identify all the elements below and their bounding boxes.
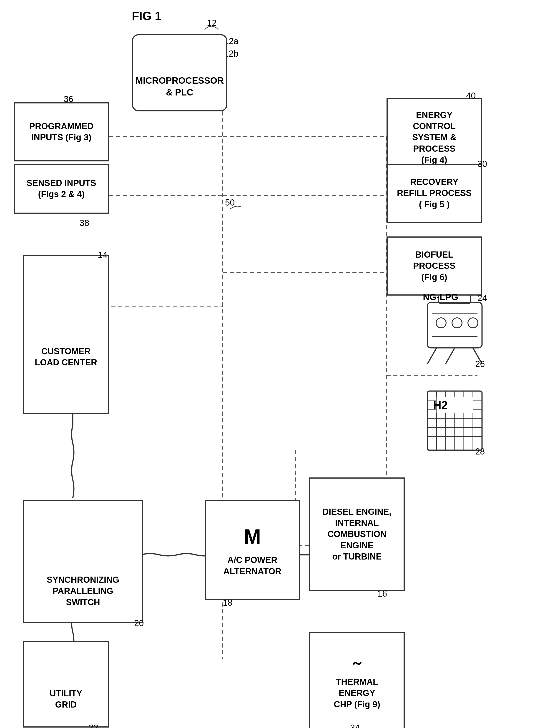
svg-point-32 (452, 318, 462, 328)
svg-rect-26 (427, 302, 482, 348)
alternator-box: M A/C POWER ALTERNATOR (205, 500, 300, 600)
ref-34: 34 (350, 723, 360, 728)
ref-16: 16 (377, 589, 387, 599)
ref-22: 22 (89, 723, 98, 728)
sensed-inputs-label: SENSED INPUTS (Figs 2 & 4) (27, 178, 96, 200)
ref-38: 38 (80, 218, 89, 228)
ref-40: 40 (466, 91, 476, 101)
svg-point-33 (468, 318, 478, 328)
sync-switch-label: SYNCHRONIZING PARALLELING SWITCH (47, 574, 119, 608)
ref-50: 50 (225, 198, 235, 208)
diesel-engine-box: DIESEL ENGINE, INTERNAL COMBUSTION ENGIN… (309, 477, 405, 591)
ng-lpg-label: NG-LPG (423, 291, 458, 303)
microprocessor-label: MICROPROCESSOR & PLC (136, 75, 224, 98)
ref-30: 30 (477, 159, 487, 169)
recovery-refill-box: RECOVERY REFILL PROCESS ( Fig 5 ) (387, 164, 482, 223)
ref-28: 28 (475, 447, 485, 457)
thermal-sine-symbol: ～ (350, 654, 364, 672)
thermal-energy-box: ～ THERMAL ENERGY CHP (Fig 9) (309, 632, 405, 728)
ref-12: 12 (207, 18, 216, 28)
customer-load-label: CUSTOMER LOAD CENTER (35, 346, 97, 368)
biofuel-box: BIOFUEL PROCESS (Fig 6) (387, 236, 482, 296)
alternator-m-symbol: M (244, 523, 261, 550)
ref-24: 24 (477, 293, 487, 303)
programmed-inputs-box: PROGRAMMED INPUTS (Fig 3) (14, 102, 109, 161)
biofuel-label: BIOFUEL PROCESS (Fig 6) (413, 249, 455, 283)
ref-20: 20 (134, 618, 144, 628)
svg-point-31 (436, 318, 446, 328)
ref-26: 26 (475, 359, 485, 369)
thermal-energy-label: THERMAL ENERGY CHP (Fig 9) (334, 676, 380, 710)
microprocessor-box: MICROPROCESSOR & PLC (132, 34, 227, 111)
svg-line-29 (446, 348, 455, 364)
sensed-inputs-box: SENSED INPUTS (Figs 2 & 4) (14, 164, 109, 214)
h2-label: H2 (433, 398, 448, 413)
ref-14: 14 (98, 250, 107, 260)
customer-load-box: CUSTOMER LOAD CENTER (23, 255, 109, 414)
ref-18: 18 (223, 598, 232, 608)
ref-36: 36 (64, 94, 73, 104)
alternator-label: A/C POWER ALTERNATOR (223, 555, 281, 577)
utility-grid-box: UTILITY GRID (23, 641, 109, 728)
diagram: FIG 1 12 12a 12b MICROPROCESSOR & PLC PR… (0, 0, 560, 728)
recovery-refill-label: RECOVERY REFILL PROCESS ( Fig 5 ) (397, 176, 472, 210)
utility-grid-label: UTILITY GRID (50, 688, 82, 710)
programmed-inputs-label: PROGRAMMED INPUTS (Fig 3) (29, 121, 94, 143)
svg-line-28 (427, 348, 437, 364)
sync-switch-box: SYNCHRONIZING PARALLELING SWITCH (23, 500, 143, 623)
diesel-engine-label: DIESEL ENGINE, INTERNAL COMBUSTION ENGIN… (322, 506, 391, 562)
figure-title: FIG 1 (132, 9, 161, 23)
energy-control-label: ENERGY CONTROL SYSTEM & PROCESS (Fig 4) (412, 110, 456, 166)
